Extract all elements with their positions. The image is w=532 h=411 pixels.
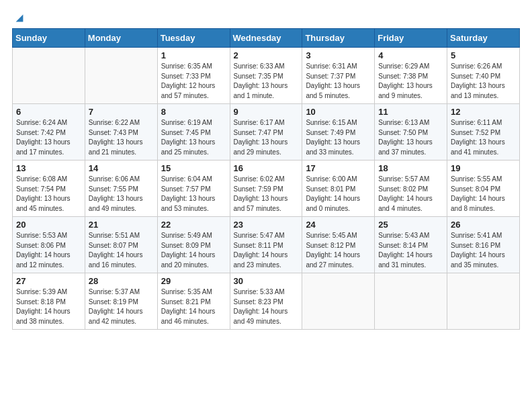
calendar-cell: 13Sunrise: 6:08 AMSunset: 7:54 PMDayligh… [13,161,85,217]
calendar-cell: 16Sunrise: 6:02 AMSunset: 7:59 PMDayligh… [230,161,302,217]
calendar-cell [13,48,85,104]
calendar-cell: 18Sunrise: 5:57 AMSunset: 8:02 PMDayligh… [375,161,447,217]
calendar-cell: 19Sunrise: 5:55 AMSunset: 8:04 PMDayligh… [447,161,520,217]
day-number: 1 [161,50,226,60]
day-number: 29 [161,276,226,286]
day-number: 27 [16,276,81,286]
day-info: Sunrise: 5:55 AMSunset: 8:04 PMDaylight:… [451,175,516,214]
day-number: 18 [378,163,443,173]
day-info: Sunrise: 5:41 AMSunset: 8:16 PMDaylight:… [451,231,516,270]
day-number: 30 [234,276,299,286]
calendar-cell: 17Sunrise: 6:00 AMSunset: 8:01 PMDayligh… [302,161,375,217]
day-info: Sunrise: 6:29 AMSunset: 7:38 PMDaylight:… [378,62,443,101]
day-info: Sunrise: 6:26 AMSunset: 7:40 PMDaylight:… [451,62,516,101]
calendar-cell: 8Sunrise: 6:19 AMSunset: 7:45 PMDaylight… [157,104,230,161]
day-info: Sunrise: 6:17 AMSunset: 7:47 PMDaylight:… [234,118,299,157]
weekday-header-monday: Monday [85,29,157,48]
day-number: 9 [234,107,299,117]
day-info: Sunrise: 6:35 AMSunset: 7:33 PMDaylight:… [161,62,226,101]
calendar-cell [375,273,447,330]
svg-marker-0 [16,15,24,22]
day-number: 7 [89,107,154,117]
calendar-cell [85,48,157,104]
day-number: 4 [378,50,443,60]
calendar-cell: 14Sunrise: 6:06 AMSunset: 7:55 PMDayligh… [85,161,157,217]
day-number: 15 [161,163,226,173]
day-info: Sunrise: 5:47 AMSunset: 8:11 PMDaylight:… [234,231,299,270]
calendar-cell: 21Sunrise: 5:51 AMSunset: 8:07 PMDayligh… [85,217,157,273]
day-number: 3 [306,50,371,60]
day-info: Sunrise: 6:31 AMSunset: 7:37 PMDaylight:… [306,62,371,101]
day-number: 28 [89,276,154,286]
day-info: Sunrise: 5:51 AMSunset: 8:07 PMDaylight:… [89,231,154,270]
day-number: 17 [306,163,371,173]
day-number: 24 [306,220,371,230]
calendar-cell: 9Sunrise: 6:17 AMSunset: 7:47 PMDaylight… [230,104,302,161]
day-number: 5 [451,50,516,60]
calendar-cell: 29Sunrise: 5:35 AMSunset: 8:21 PMDayligh… [157,273,230,330]
day-number: 21 [89,220,154,230]
day-info: Sunrise: 5:35 AMSunset: 8:21 PMDaylight:… [161,287,226,326]
day-number: 20 [16,220,81,230]
weekday-header-thursday: Thursday [302,29,375,48]
day-number: 2 [234,50,299,60]
day-info: Sunrise: 5:33 AMSunset: 8:23 PMDaylight:… [234,287,299,326]
week-row-2: 6Sunrise: 6:24 AMSunset: 7:42 PMDaylight… [13,104,520,161]
calendar-cell [447,273,520,330]
weekday-header-row: SundayMondayTuesdayWednesdayThursdayFrid… [13,29,520,48]
day-info: Sunrise: 5:39 AMSunset: 8:18 PMDaylight:… [16,287,81,326]
day-number: 16 [234,163,299,173]
day-number: 26 [451,220,516,230]
calendar-cell: 20Sunrise: 5:53 AMSunset: 8:06 PMDayligh… [13,217,85,273]
calendar-cell: 7Sunrise: 6:22 AMSunset: 7:43 PMDaylight… [85,104,157,161]
day-info: Sunrise: 5:49 AMSunset: 8:09 PMDaylight:… [161,231,226,270]
day-info: Sunrise: 6:06 AMSunset: 7:55 PMDaylight:… [89,175,154,214]
calendar-cell: 5Sunrise: 6:26 AMSunset: 7:40 PMDaylight… [447,48,520,104]
calendar-cell: 2Sunrise: 6:33 AMSunset: 7:35 PMDaylight… [230,48,302,104]
day-info: Sunrise: 5:43 AMSunset: 8:14 PMDaylight:… [378,231,443,270]
calendar-cell: 26Sunrise: 5:41 AMSunset: 8:16 PMDayligh… [447,217,520,273]
week-row-4: 20Sunrise: 5:53 AMSunset: 8:06 PMDayligh… [13,217,520,273]
day-number: 6 [16,107,81,117]
calendar-cell: 24Sunrise: 5:45 AMSunset: 8:12 PMDayligh… [302,217,375,273]
calendar-cell [302,273,375,330]
day-number: 14 [89,163,154,173]
day-info: Sunrise: 6:24 AMSunset: 7:42 PMDaylight:… [16,118,81,157]
day-info: Sunrise: 5:37 AMSunset: 8:19 PMDaylight:… [89,287,154,326]
header [12,12,520,23]
day-info: Sunrise: 6:15 AMSunset: 7:49 PMDaylight:… [306,118,371,157]
day-info: Sunrise: 6:00 AMSunset: 8:01 PMDaylight:… [306,175,371,214]
page: SundayMondayTuesdayWednesdayThursdayFrid… [0,0,532,336]
calendar-cell: 25Sunrise: 5:43 AMSunset: 8:14 PMDayligh… [375,217,447,273]
day-number: 13 [16,163,81,173]
week-row-5: 27Sunrise: 5:39 AMSunset: 8:18 PMDayligh… [13,273,520,330]
day-info: Sunrise: 6:33 AMSunset: 7:35 PMDaylight:… [234,62,299,101]
calendar-cell: 27Sunrise: 5:39 AMSunset: 8:18 PMDayligh… [13,273,85,330]
calendar-cell: 15Sunrise: 6:04 AMSunset: 7:57 PMDayligh… [157,161,230,217]
day-info: Sunrise: 5:53 AMSunset: 8:06 PMDaylight:… [16,231,81,270]
day-number: 8 [161,107,226,117]
calendar-cell: 1Sunrise: 6:35 AMSunset: 7:33 PMDaylight… [157,48,230,104]
calendar-cell: 12Sunrise: 6:11 AMSunset: 7:52 PMDayligh… [447,104,520,161]
calendar-cell: 23Sunrise: 5:47 AMSunset: 8:11 PMDayligh… [230,217,302,273]
day-info: Sunrise: 6:22 AMSunset: 7:43 PMDaylight:… [89,118,154,157]
day-number: 22 [161,220,226,230]
day-info: Sunrise: 5:57 AMSunset: 8:02 PMDaylight:… [378,175,443,214]
weekday-header-wednesday: Wednesday [230,29,302,48]
day-info: Sunrise: 6:08 AMSunset: 7:54 PMDaylight:… [16,175,81,214]
day-info: Sunrise: 5:45 AMSunset: 8:12 PMDaylight:… [306,231,371,270]
day-number: 19 [451,163,516,173]
calendar-cell: 22Sunrise: 5:49 AMSunset: 8:09 PMDayligh… [157,217,230,273]
calendar-cell: 28Sunrise: 5:37 AMSunset: 8:19 PMDayligh… [85,273,157,330]
day-info: Sunrise: 6:11 AMSunset: 7:52 PMDaylight:… [451,118,516,157]
calendar: SundayMondayTuesdayWednesdayThursdayFrid… [12,28,520,330]
day-info: Sunrise: 6:13 AMSunset: 7:50 PMDaylight:… [378,118,443,157]
day-number: 25 [378,220,443,230]
logo-triangle-icon [13,12,26,24]
weekday-header-tuesday: Tuesday [157,29,230,48]
day-number: 10 [306,107,371,117]
day-number: 12 [451,107,516,117]
day-number: 11 [378,107,443,117]
weekday-header-saturday: Saturday [447,29,520,48]
day-info: Sunrise: 6:04 AMSunset: 7:57 PMDaylight:… [161,175,226,214]
